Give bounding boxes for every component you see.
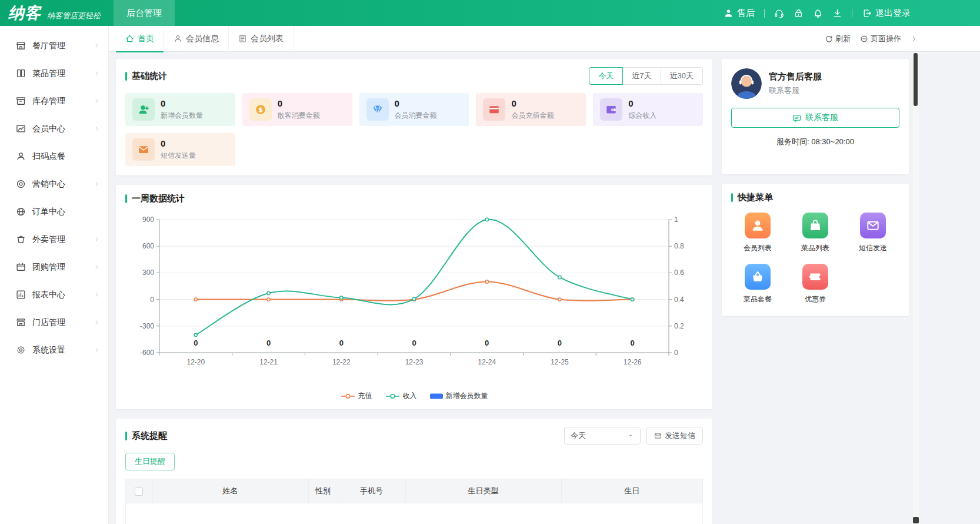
contact-service-button[interactable]: 联系客服 [731, 108, 899, 128]
lock-button[interactable] [794, 8, 804, 18]
service-card: 官方售后客服 联系客服 联系客服 服务时间: 08:30~20:00 [722, 59, 909, 174]
content-right-column: 官方售后客服 联系客服 联系客服 服务时间: 08:30~20:00 [722, 59, 909, 524]
page-ops-button[interactable]: 页面操作 [860, 34, 901, 44]
quick-menu-item-3[interactable]: 短信发送 [844, 213, 902, 253]
range-button-2[interactable]: 近7天 [622, 67, 661, 85]
stat-card-2: $ 0 散客消费金额 [242, 93, 352, 126]
reminder-table: 姓名性别手机号生日类型生日 [125, 479, 703, 524]
mail-outline-icon [654, 432, 662, 440]
content-left-column: 基础统计 今天近7天近30天 0 新增会员数量 $ 0 散客消费金额 0 会员消… [116, 59, 712, 524]
weekly-chart-svg: -6000-3000.200.43000.66000.8900112-2012-… [125, 210, 703, 387]
range-button-1[interactable]: 今天 [589, 67, 623, 85]
scrollbar-thumb[interactable] [914, 53, 918, 106]
legend-item[interactable]: 收入 [385, 391, 417, 401]
quick-menu-item-1[interactable]: 会员列表 [729, 213, 786, 253]
sidebar-item-7[interactable]: 订单中心 [0, 198, 108, 225]
sidebar-item-6[interactable]: 营销中心 [0, 170, 108, 198]
stat-label: 会员消费金额 [395, 111, 437, 121]
sidebar-item-10[interactable]: 报表中心 [0, 281, 108, 309]
svg-text:0: 0 [631, 339, 635, 347]
tab-label: 首页 [138, 34, 154, 44]
sidebar-item-9[interactable]: 团购管理 [0, 253, 108, 281]
column-header[interactable]: 性别 [308, 479, 338, 503]
refresh-button[interactable]: 刷新 [825, 34, 851, 44]
chevron-right-icon [911, 35, 918, 42]
reminder-filter-select[interactable]: 今天 [564, 427, 641, 445]
stat-card-1: 0 新增会员数量 [125, 93, 235, 126]
qm-basket-icon [751, 270, 765, 284]
stat-value: 0 [511, 98, 554, 108]
qm-mail-icon [866, 218, 880, 233]
sidebar-item-8[interactable]: 外卖管理 [0, 225, 108, 253]
sidebar-item-12[interactable]: 系统设置 [0, 336, 108, 364]
content: 基础统计 今天近7天近30天 0 新增会员数量 $ 0 散客消费金额 0 会员消… [109, 52, 980, 524]
quick-menu-item-5[interactable]: 优惠券 [786, 264, 844, 304]
page-ops-icon [860, 35, 868, 43]
tab-1[interactable]: 首页 [116, 26, 164, 52]
stat-label: 会员充值金额 [511, 111, 554, 121]
sidebar-item-label: 菜品管理 [32, 68, 87, 79]
quick-menu-label: 菜品套餐 [744, 294, 772, 304]
sidebar-item-3[interactable]: 库存管理 [0, 87, 108, 115]
svg-text:1: 1 [674, 215, 678, 224]
sidebar-item-2[interactable]: 菜品管理 [0, 59, 108, 87]
weekly-chart-title: 一周数据统计 [132, 193, 185, 204]
open-tabs: 首页 会员信息 会员列表 [116, 26, 294, 52]
svg-text:0: 0 [150, 296, 154, 304]
stat-value: 0 [278, 98, 320, 108]
send-sms-button[interactable]: 发送短信 [646, 427, 703, 445]
column-header[interactable]: 姓名 [152, 479, 308, 503]
svg-text:0: 0 [194, 339, 198, 347]
legend-item[interactable]: 新增会员数量 [430, 391, 488, 401]
tab-2[interactable]: 会员信息 [164, 26, 229, 52]
scan-icon [16, 151, 26, 161]
quick-menu-item-2[interactable]: 菜品列表 [786, 213, 844, 253]
weekly-chart: -6000-3000.200.43000.66000.8900112-2012-… [116, 204, 712, 389]
tab-3[interactable]: 会员列表 [229, 26, 294, 52]
quick-menu-label: 短信发送 [859, 243, 887, 253]
quick-menu-item-4[interactable]: 菜品套餐 [729, 264, 786, 304]
bell-button[interactable] [813, 8, 823, 18]
lock-icon [794, 8, 804, 18]
scrollbar-down-button[interactable] [913, 517, 919, 523]
system-reminder-card: 系统提醒 今天 发送短信 [116, 419, 712, 524]
top-header: 纳客 纳客管店更轻松 后台管理 售后 退出登录 [0, 0, 980, 26]
logout-label: 退出登录 [875, 8, 911, 19]
sidebar-item-4[interactable]: 会员中心 [0, 115, 108, 142]
tab-bar: 首页 会员信息 会员列表 刷新 页面操作 [109, 26, 980, 52]
service-name: 官方售后客服 [769, 71, 822, 82]
member-info-icon [174, 34, 182, 43]
range-button-3[interactable]: 近30天 [661, 67, 703, 85]
column-header[interactable]: 生日类型 [405, 479, 561, 503]
legend-line-marker [341, 393, 355, 400]
vertical-scrollbar[interactable] [912, 52, 919, 524]
brand-logo: 纳客 [8, 0, 41, 26]
after-sales-button[interactable]: 售后 [724, 8, 755, 19]
stat-label: 新增会员数量 [161, 111, 203, 121]
divider [764, 9, 765, 18]
sidebar-item-1[interactable]: 餐厅管理 [0, 32, 108, 59]
svg-text:12-20: 12-20 [187, 358, 205, 366]
nav-admin-tab[interactable]: 后台管理 [114, 0, 175, 26]
download-button[interactable] [832, 8, 842, 18]
divider [852, 9, 852, 18]
column-header[interactable]: 手机号 [338, 479, 405, 503]
select-all-checkbox[interactable] [135, 487, 143, 496]
logout-button[interactable]: 退出登录 [862, 8, 911, 19]
page-ops-label: 页面操作 [871, 34, 901, 44]
column-header[interactable]: 生日 [561, 479, 702, 503]
sidebar-item-11[interactable]: 门店管理 [0, 309, 108, 336]
page-ops-expand-button[interactable] [911, 35, 918, 42]
sidebar-item-label: 外卖管理 [32, 234, 87, 245]
avatar-image [731, 68, 762, 99]
home-icon [125, 34, 134, 43]
legend-item[interactable]: 充值 [341, 391, 372, 401]
service-meta: 官方售后客服 联系客服 [769, 71, 822, 96]
report-icon [16, 290, 26, 300]
headset-button[interactable] [774, 8, 784, 18]
sidebar-item-5[interactable]: 扫码点餐 [0, 142, 108, 170]
headset-icon [774, 8, 784, 18]
refresh-icon [825, 35, 833, 43]
birthday-reminder-tab[interactable]: 生日提醒 [125, 453, 175, 470]
chevron-right-icon [94, 181, 100, 187]
